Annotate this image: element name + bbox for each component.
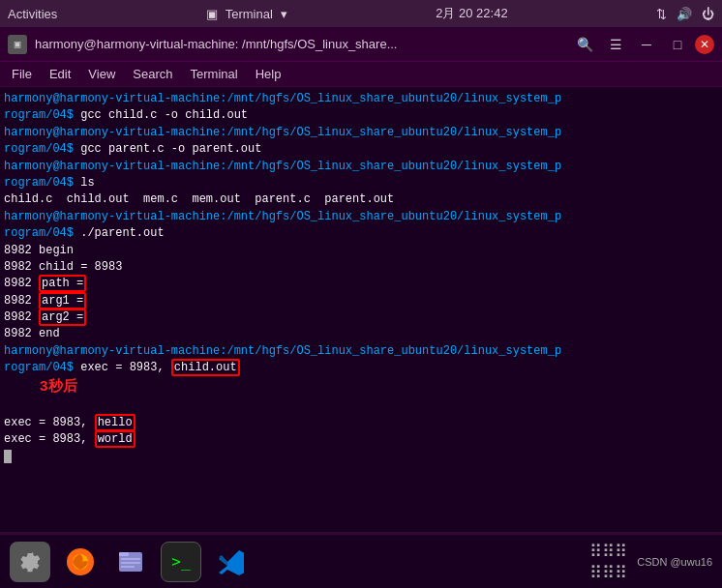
sound-icon[interactable]: 🔊 bbox=[677, 7, 692, 21]
taskbar-firefox-icon[interactable] bbox=[60, 542, 101, 582]
svg-rect-4 bbox=[121, 558, 140, 560]
grid-icon[interactable]: ⠿⠿⠿⠿⠿⠿ bbox=[589, 541, 627, 583]
terminal-line-6: 8982 begin bbox=[4, 243, 718, 259]
taskbar-vscode-icon[interactable] bbox=[211, 542, 252, 582]
taskbar-right: ⠿⠿⠿⠿⠿⠿ CSDN @uwu16 bbox=[589, 541, 712, 583]
menu-search[interactable]: Search bbox=[125, 65, 180, 83]
terminal-cursor-line bbox=[4, 449, 718, 465]
system-bar-left: Activities bbox=[8, 7, 57, 21]
terminal-line-9: 8982 arg1 = bbox=[4, 293, 718, 309]
terminal-line-8: 8982 path = bbox=[4, 276, 718, 292]
svg-rect-5 bbox=[121, 562, 140, 564]
menu-button[interactable]: ☰ bbox=[602, 33, 629, 56]
power-icon[interactable]: ⏻ bbox=[702, 7, 714, 21]
svg-rect-3 bbox=[119, 552, 129, 556]
terminal-line-12b: rogram/04$ exec = 8983, child.out 3秒后 bbox=[4, 360, 718, 415]
terminal-label: Terminal bbox=[226, 7, 273, 21]
terminal-line-5: harmony@harmony-virtual-machine:/mnt/hgf… bbox=[4, 209, 718, 225]
terminal-indicator: ▣ bbox=[206, 7, 218, 21]
terminal-line-1: harmony@harmony-virtual-machine:/mnt/hgf… bbox=[4, 91, 718, 107]
terminal-line-12: harmony@harmony-virtual-machine:/mnt/hgf… bbox=[4, 343, 718, 360]
activities-label[interactable]: Activities bbox=[8, 7, 57, 21]
terminal-line-7: 8982 child = 8983 bbox=[4, 259, 718, 276]
terminal-window-icon: ▣ bbox=[8, 35, 27, 54]
terminal-line-4: child.c child.out mem.c mem.out parent.c… bbox=[4, 191, 718, 208]
menu-edit[interactable]: Edit bbox=[42, 65, 78, 83]
terminal-prompt-icon: >_ bbox=[171, 552, 190, 571]
window-controls: 🔍 ☰ ─ □ ✕ bbox=[571, 33, 714, 56]
terminal-line-13: exec = 8983, hello bbox=[4, 415, 718, 431]
terminal-line-1b: rogram/04$ gcc child.c -o child.out bbox=[4, 107, 718, 124]
terminal-cursor bbox=[4, 450, 12, 463]
maximize-button[interactable]: □ bbox=[664, 33, 691, 56]
minimize-button[interactable]: ─ bbox=[633, 33, 660, 56]
taskbar-files-icon[interactable] bbox=[110, 542, 151, 582]
terminal-line-10: 8982 arg2 = bbox=[4, 309, 718, 326]
terminal-line-14: exec = 8983, world bbox=[4, 431, 718, 448]
close-button[interactable]: ✕ bbox=[695, 35, 714, 54]
system-bar-right: ⇅ 🔊 ⏻ bbox=[656, 7, 714, 21]
datetime-text: 2月 20 22:42 bbox=[436, 5, 507, 22]
taskbar-apps: >_ bbox=[10, 542, 252, 582]
search-button[interactable]: 🔍 bbox=[571, 33, 598, 56]
terminal-line-2b: rogram/04$ gcc parent.c -o parent.out bbox=[4, 141, 718, 158]
taskbar-settings-icon[interactable] bbox=[10, 542, 50, 582]
annotation-text: 3秒后 bbox=[40, 379, 77, 396]
taskbar-terminal-icon[interactable]: >_ bbox=[161, 542, 201, 582]
terminal-line-5b: rogram/04$ ./parent.out bbox=[4, 225, 718, 242]
terminal-line-3b: rogram/04$ ls bbox=[4, 175, 718, 191]
menu-terminal[interactable]: Terminal bbox=[183, 65, 246, 83]
taskbar: >_ ⠿⠿⠿⠿⠿⠿ CSDN @uwu16 bbox=[0, 534, 722, 588]
system-bar-center: ▣ Terminal ▾ bbox=[206, 7, 287, 21]
window-title: harmony@harmony-virtual-machine: /mnt/hg… bbox=[35, 37, 563, 51]
csdn-watermark: CSDN @uwu16 bbox=[637, 556, 712, 568]
terminal-line-3: harmony@harmony-virtual-machine:/mnt/hgf… bbox=[4, 159, 718, 175]
menu-file[interactable]: File bbox=[4, 65, 40, 83]
terminal-line-11: 8982 end bbox=[4, 326, 718, 342]
dropdown-icon[interactable]: ▾ bbox=[281, 7, 287, 21]
system-bar: Activities ▣ Terminal ▾ 2月 20 22:42 ⇅ 🔊 … bbox=[0, 0, 722, 27]
menu-view[interactable]: View bbox=[80, 65, 123, 83]
network-icon[interactable]: ⇅ bbox=[656, 7, 667, 21]
terminal-output[interactable]: harmony@harmony-virtual-machine:/mnt/hgf… bbox=[0, 87, 722, 532]
datetime-display: 2月 20 22:42 bbox=[436, 5, 507, 22]
svg-rect-6 bbox=[121, 566, 135, 568]
menu-bar: File Edit View Search Terminal Help bbox=[0, 62, 722, 87]
menu-help[interactable]: Help bbox=[248, 65, 289, 83]
title-bar: ▣ harmony@harmony-virtual-machine: /mnt/… bbox=[0, 27, 722, 62]
terminal-line-2: harmony@harmony-virtual-machine:/mnt/hgf… bbox=[4, 125, 718, 141]
